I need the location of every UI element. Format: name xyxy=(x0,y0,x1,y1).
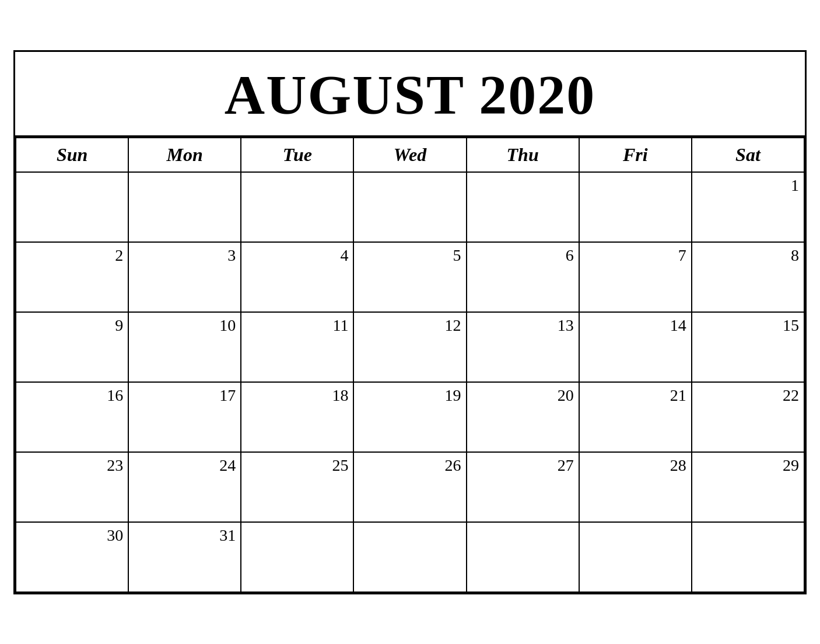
calendar-cell[interactable]: 11 xyxy=(241,312,353,382)
week-row-6: 3031 xyxy=(16,522,804,592)
week-row-1: 1 xyxy=(16,172,804,242)
week-row-3: 9101112131415 xyxy=(16,312,804,382)
calendar-cell[interactable]: 6 xyxy=(467,242,579,312)
calendar-cell[interactable]: 19 xyxy=(353,382,466,452)
calendar-cell[interactable]: 5 xyxy=(353,242,466,312)
calendar-cell[interactable]: 30 xyxy=(16,522,128,592)
calendar-cell[interactable]: 21 xyxy=(579,382,692,452)
day-header-fri: Fri xyxy=(579,138,692,172)
calendar-cell[interactable]: 12 xyxy=(353,312,466,382)
day-headers-row: SunMonTueWedThuFriSat xyxy=(16,138,804,172)
calendar-title: AUGUST 2020 xyxy=(15,62,805,127)
calendar-cell[interactable] xyxy=(16,172,128,242)
calendar-cell[interactable]: 15 xyxy=(692,312,804,382)
week-row-5: 23242526272829 xyxy=(16,452,804,522)
calendar-cell[interactable]: 28 xyxy=(579,452,692,522)
day-header-sat: Sat xyxy=(692,138,804,172)
calendar-cell[interactable]: 27 xyxy=(467,452,579,522)
calendar-cell[interactable]: 9 xyxy=(16,312,128,382)
calendar-cell[interactable]: 4 xyxy=(241,242,353,312)
calendar-cell[interactable] xyxy=(241,172,353,242)
calendar-cell[interactable]: 20 xyxy=(467,382,579,452)
calendar-cell[interactable]: 3 xyxy=(128,242,241,312)
week-row-2: 2345678 xyxy=(16,242,804,312)
calendar-cell[interactable]: 10 xyxy=(128,312,241,382)
calendar-cell[interactable] xyxy=(579,172,692,242)
calendar-cell[interactable]: 24 xyxy=(128,452,241,522)
calendar-cell[interactable]: 7 xyxy=(579,242,692,312)
day-header-mon: Mon xyxy=(128,138,241,172)
calendar-cell[interactable]: 16 xyxy=(16,382,128,452)
calendar-cell[interactable] xyxy=(353,172,466,242)
calendar-header: AUGUST 2020 xyxy=(15,52,805,137)
day-header-sun: Sun xyxy=(16,138,128,172)
calendar-cell[interactable]: 29 xyxy=(692,452,804,522)
calendar-cell[interactable]: 23 xyxy=(16,452,128,522)
calendar-cell[interactable]: 31 xyxy=(128,522,241,592)
day-header-thu: Thu xyxy=(467,138,579,172)
calendar-container: AUGUST 2020 SunMonTueWedThuFriSat 123456… xyxy=(13,50,807,594)
calendar-grid: SunMonTueWedThuFriSat 123456789101112131… xyxy=(15,137,805,593)
calendar-cell[interactable]: 17 xyxy=(128,382,241,452)
day-header-tue: Tue xyxy=(241,138,353,172)
week-row-4: 16171819202122 xyxy=(16,382,804,452)
calendar-cell[interactable] xyxy=(128,172,241,242)
calendar-cell[interactable]: 26 xyxy=(353,452,466,522)
calendar-cell[interactable]: 14 xyxy=(579,312,692,382)
calendar-cell[interactable]: 22 xyxy=(692,382,804,452)
calendar-cell[interactable]: 2 xyxy=(16,242,128,312)
calendar-cell[interactable] xyxy=(692,522,804,592)
calendar-cell[interactable]: 25 xyxy=(241,452,353,522)
calendar-cell[interactable]: 1 xyxy=(692,172,804,242)
calendar-cell[interactable]: 13 xyxy=(467,312,579,382)
calendar-cell[interactable]: 8 xyxy=(692,242,804,312)
calendar-cell[interactable] xyxy=(467,172,579,242)
day-header-wed: Wed xyxy=(353,138,466,172)
calendar-cell[interactable] xyxy=(579,522,692,592)
calendar-cell[interactable] xyxy=(241,522,353,592)
calendar-cell[interactable] xyxy=(467,522,579,592)
calendar-cell[interactable] xyxy=(353,522,466,592)
calendar-cell[interactable]: 18 xyxy=(241,382,353,452)
